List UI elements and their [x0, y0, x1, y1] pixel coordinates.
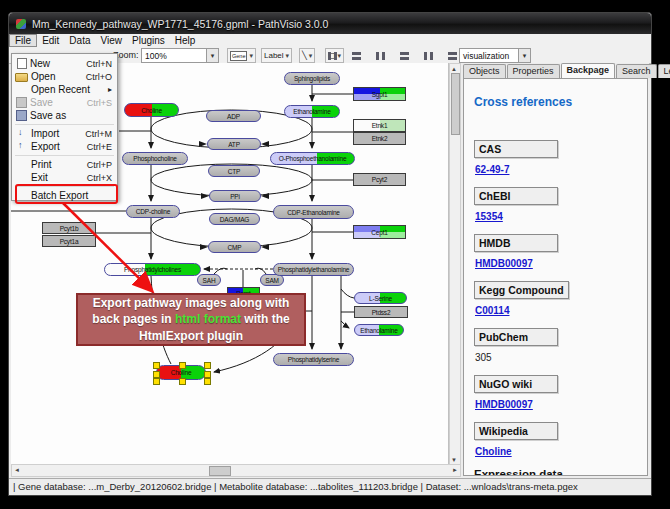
- file-menu-item-open-recent[interactable]: Open Recent▸: [12, 83, 117, 96]
- pathway-node-pcyt2[interactable]: Pcyt2: [353, 173, 406, 186]
- open-folder-icon: [15, 73, 28, 82]
- chevron-down-icon[interactable]: ▾: [309, 52, 313, 60]
- chevron-down-icon[interactable]: ▾: [206, 49, 218, 62]
- export-icon: [15, 142, 28, 152]
- canvas-vertical-scrollbar[interactable]: ▲ ▼: [449, 63, 461, 466]
- pathway-node-l-serine[interactable]: L-Serine: [354, 292, 407, 304]
- tab-search[interactable]: Search: [616, 64, 657, 78]
- menu-shortcut: Ctrl+E: [87, 142, 112, 152]
- menu-item-label: Open: [31, 71, 86, 82]
- menu-file[interactable]: File: [9, 34, 37, 47]
- pathway-node-sah[interactable]: SAH: [197, 274, 221, 286]
- common-width-icon[interactable]: [420, 49, 438, 63]
- menu-separator: [15, 155, 114, 156]
- pathway-node-ptdss2[interactable]: Ptdss2: [354, 306, 408, 318]
- menu-item-label: Export: [31, 141, 87, 152]
- menu-edit[interactable]: Edit: [37, 35, 64, 47]
- pathway-node-atp[interactable]: ATP: [207, 138, 261, 150]
- pathvisio-window: Mm_Kennedy_pathway_WP1771_45176.gpml - P…: [8, 12, 652, 496]
- file-menu-item-save[interactable]: SaveCtrl+S: [12, 96, 117, 109]
- menu-separator: [15, 124, 114, 125]
- tab-properties[interactable]: Properties: [507, 64, 560, 78]
- blank-icon: [15, 173, 28, 183]
- pathway-node-cdp-choline[interactable]: CDP-choline: [126, 205, 180, 218]
- selection-handle[interactable]: [179, 362, 186, 369]
- menu-shortcut: Ctrl+S: [87, 98, 112, 108]
- xref-link[interactable]: Choline: [475, 446, 512, 457]
- distribute-horizontal-icon[interactable]: [372, 49, 390, 63]
- file-menu-item-save-as[interactable]: Save as: [12, 109, 117, 122]
- pathway-node-phosphatidylcholines[interactable]: Phosphatidylcholines: [104, 263, 201, 276]
- pathway-node-o-phosphoethanolamine[interactable]: O-Phosphoethanolamine: [270, 152, 355, 165]
- xref-source-name: HMDB: [474, 234, 558, 252]
- pathway-node-ethanolamine[interactable]: Ethanolamine: [354, 324, 404, 336]
- align-center-vertical-icon[interactable]: [348, 49, 366, 63]
- scroll-right-icon[interactable]: ►: [452, 465, 458, 475]
- xref-source-name: ChEBI: [474, 187, 558, 205]
- horizontal-scroll-thumb[interactable]: [209, 466, 231, 476]
- pathway-node-adp[interactable]: ADP: [206, 110, 261, 122]
- align-center-horizontal-icon[interactable]: [324, 49, 342, 63]
- backpage-panel[interactable]: Cross references CAS62-49-7ChEBI15354HMD…: [463, 78, 648, 476]
- pathway-node-choline[interactable]: Choline: [124, 103, 179, 117]
- selection-handle[interactable]: [179, 378, 186, 385]
- pathway-node-pcyt1b[interactable]: Pcyt1b: [42, 222, 96, 234]
- chevron-down-icon[interactable]: ▾: [249, 52, 253, 60]
- pathway-node-ppi[interactable]: PPi: [209, 190, 261, 202]
- xref-link[interactable]: C00114: [475, 305, 509, 316]
- title-bar[interactable]: Mm_Kennedy_pathway_WP1771_45176.gpml - P…: [9, 13, 651, 34]
- menu-help[interactable]: Help: [170, 35, 201, 47]
- pathway-node-etnk2[interactable]: Etnk2: [353, 132, 406, 145]
- status-bar: | Gene database: ...m_Derby_20120602.bri…: [9, 478, 651, 493]
- zoom-combobox[interactable]: 100% ▾: [141, 48, 219, 63]
- pathway-node-cdp-ethanolamine[interactable]: CDP-Ethanolamine: [273, 205, 354, 219]
- scroll-left-icon[interactable]: ◄: [14, 465, 20, 475]
- selection-handle[interactable]: [153, 362, 160, 369]
- add-line-button[interactable]: ╲ ▾: [299, 48, 315, 63]
- pathway-node-ethanolamine[interactable]: Ethanolamine: [284, 105, 340, 118]
- selection-handle[interactable]: [204, 378, 211, 385]
- pathway-node-phosphocholine[interactable]: Phosphocholine: [122, 152, 188, 165]
- pathway-node-sphingolipids[interactable]: Sphingolipids: [284, 72, 340, 85]
- xref-link[interactable]: HMDB00097: [475, 258, 533, 269]
- pathway-node-cept1[interactable]: Cept1: [353, 225, 406, 239]
- tab-backpage[interactable]: Backpage: [561, 63, 616, 78]
- visualization-combobox[interactable]: visualization ▾: [459, 48, 531, 63]
- canvas-horizontal-scrollbar[interactable]: ◄ ►: [11, 464, 461, 477]
- menu-plugins[interactable]: Plugins: [127, 35, 170, 47]
- file-menu-item-export[interactable]: ExportCtrl+E: [12, 140, 117, 153]
- pathway-node-pcyt1a[interactable]: Pcyt1a: [42, 235, 96, 247]
- tab-legend[interactable]: Legend: [658, 64, 670, 78]
- file-menu-item-print[interactable]: PrintCtrl+P: [12, 158, 117, 171]
- save-icon: [16, 97, 27, 108]
- xref-link[interactable]: 62-49-7: [475, 164, 509, 175]
- chevron-down-icon[interactable]: ▾: [518, 49, 530, 62]
- pathway-node-ctp[interactable]: CTP: [208, 165, 260, 177]
- distribute-vertical-icon[interactable]: [396, 49, 414, 63]
- add-label-button[interactable]: Label ▾: [261, 48, 292, 63]
- vertical-scroll-thumb[interactable]: [451, 73, 460, 135]
- add-gene-button[interactable]: Gene ▾: [227, 48, 256, 63]
- tab-objects[interactable]: Objects: [463, 64, 506, 78]
- file-menu-item-exit[interactable]: ExitCtrl+X: [12, 171, 117, 184]
- pathway-node-dag-mag[interactable]: DAG/MAG: [209, 213, 260, 225]
- selection-handle[interactable]: [153, 378, 160, 385]
- file-menu-item-import[interactable]: ImportCtrl+M: [12, 127, 117, 140]
- xref-link[interactable]: HMDB00097: [475, 399, 533, 410]
- pathway-node-etnk1[interactable]: Etnk1: [353, 119, 406, 132]
- menu-data[interactable]: Data: [64, 35, 95, 47]
- pathway-node-phosphatidylethanolamine[interactable]: Phosphatidylethanolamine: [273, 263, 354, 276]
- selection-handle[interactable]: [204, 371, 211, 378]
- selection-handle[interactable]: [153, 371, 160, 378]
- pathway-node-phosphatidylserine[interactable]: Phosphatidylserine: [273, 353, 354, 366]
- selection-handle[interactable]: [204, 362, 211, 369]
- menu-shortcut: Ctrl+M: [85, 129, 112, 139]
- sidebar-tabs: ObjectsPropertiesBackpageSearchLegend: [463, 64, 670, 78]
- file-menu-item-new[interactable]: NewCtrl+N: [12, 57, 117, 70]
- menu-view[interactable]: View: [95, 35, 127, 47]
- pathway-node-sgpl1[interactable]: Sgpl1: [353, 87, 406, 101]
- xref-link[interactable]: 15354: [475, 211, 503, 222]
- chevron-down-icon[interactable]: ▾: [286, 52, 290, 60]
- file-menu-item-open[interactable]: OpenCtrl+O: [12, 70, 117, 83]
- pathway-node-cmp[interactable]: CMP: [208, 241, 261, 253]
